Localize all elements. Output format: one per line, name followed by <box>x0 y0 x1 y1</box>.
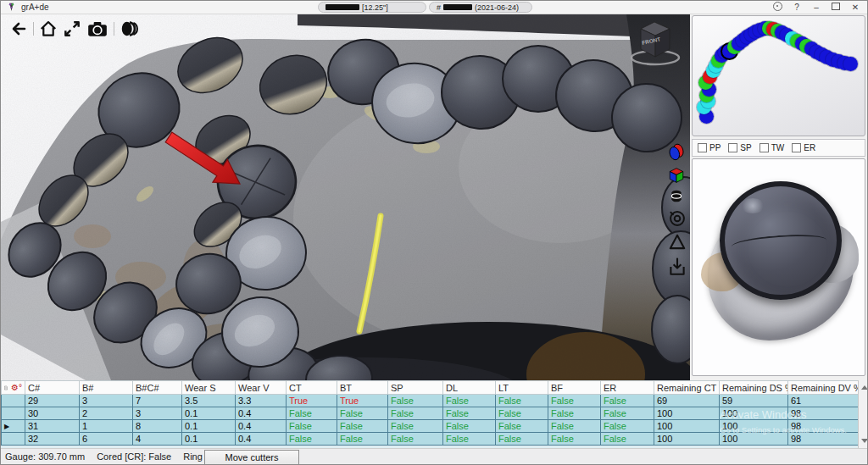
table-cell[interactable]: 3 <box>133 407 182 420</box>
close-button[interactable]: ✕ <box>850 3 860 12</box>
table-cell[interactable]: False <box>337 407 388 420</box>
3d-viewport[interactable]: FRONT <box>1 14 690 380</box>
column-header[interactable]: BT <box>337 381 388 395</box>
table-scrollbar[interactable] <box>858 380 868 448</box>
table-cell[interactable]: 59 <box>720 395 788 407</box>
table-cell[interactable]: 100 <box>654 420 720 433</box>
row-marker[interactable] <box>2 407 25 420</box>
table-cell[interactable]: 7 <box>133 395 182 407</box>
table-cell[interactable]: 3.3 <box>236 395 287 407</box>
table-cell[interactable]: 98 <box>788 433 859 446</box>
row-marker[interactable]: ▶ <box>2 420 25 433</box>
table-cell[interactable]: False <box>388 395 443 407</box>
table-cell[interactable]: 3 <box>80 395 133 407</box>
table-cell[interactable]: 98 <box>788 407 859 420</box>
checkbox-box[interactable] <box>728 143 737 152</box>
table-cell[interactable]: 0.1 <box>182 433 236 446</box>
table-cell[interactable]: False <box>388 420 443 433</box>
table-cell[interactable]: False <box>548 407 601 420</box>
target-circles-icon[interactable] <box>668 209 687 228</box>
column-header[interactable]: ER <box>601 381 654 395</box>
table-cell[interactable]: False <box>601 395 654 407</box>
table-cell[interactable]: 29 <box>25 395 80 407</box>
table-cell[interactable]: 30 <box>25 407 80 420</box>
move-cutters-button[interactable]: Move cutters <box>204 450 299 465</box>
table-cell[interactable]: 100 <box>720 420 788 433</box>
table-cell[interactable]: False <box>601 420 654 433</box>
column-header[interactable]: Wear V <box>236 381 287 395</box>
filter-checkbox-sp[interactable]: SP <box>728 143 751 152</box>
table-cell[interactable]: 100 <box>720 433 788 446</box>
column-header[interactable]: CT <box>287 381 337 395</box>
table-cell[interactable]: True <box>337 395 388 407</box>
column-header[interactable]: B# <box>80 381 133 395</box>
scroll-up-icon[interactable] <box>861 385 868 390</box>
checkbox-box[interactable] <box>792 143 801 152</box>
table-cell[interactable]: 69 <box>654 395 720 407</box>
table-cell[interactable]: True <box>287 395 337 407</box>
table-cell[interactable]: False <box>287 407 337 420</box>
column-header[interactable]: Wear S <box>182 381 236 395</box>
table-cell[interactable]: False <box>548 433 601 446</box>
table-row-selected[interactable]: ▶31180.10.4FalseFalseFalseFalseFalseFals… <box>2 420 859 433</box>
table-cell[interactable]: False <box>496 420 548 433</box>
lens-icon[interactable] <box>120 19 140 38</box>
home-icon[interactable] <box>39 19 58 38</box>
cutter-profile-panel[interactable] <box>692 15 865 136</box>
column-header[interactable]: Remaining DS % <box>720 381 788 395</box>
table-cell[interactable]: False <box>287 420 337 433</box>
fit-view-icon[interactable] <box>63 19 81 38</box>
table-row[interactable]: 29373.53.3TrueTrueFalseFalseFalseFalseFa… <box>2 395 859 407</box>
table-cell[interactable]: False <box>601 433 654 446</box>
report-icon[interactable] <box>4 383 8 393</box>
table-cell[interactable]: False <box>443 433 496 446</box>
table-cell[interactable]: False <box>388 433 443 446</box>
colored-cube-icon[interactable] <box>668 167 685 184</box>
checkbox-box[interactable] <box>698 143 707 152</box>
table-cell[interactable]: 31 <box>25 420 80 433</box>
table-cell[interactable]: 100 <box>654 407 720 420</box>
back-icon[interactable] <box>9 20 28 37</box>
table-cell[interactable]: 8 <box>133 420 182 433</box>
table-cell[interactable]: 0.4 <box>236 407 287 420</box>
table-cell[interactable]: False <box>548 395 601 407</box>
minimize-button[interactable]: – <box>811 3 821 12</box>
import-tray-icon[interactable] <box>668 257 687 277</box>
checkbox-box[interactable] <box>760 143 769 152</box>
cutter-3d-preview-panel[interactable] <box>692 158 865 376</box>
cylinder-icon[interactable] <box>668 189 685 204</box>
row-marker[interactable] <box>2 433 25 446</box>
table-cell[interactable]: False <box>601 407 654 420</box>
document-tab-bit[interactable]: [12.25"] <box>318 2 426 13</box>
table-cell[interactable]: False <box>388 407 443 420</box>
column-header[interactable]: C# <box>25 381 80 395</box>
table-cell[interactable]: 0.1 <box>182 407 236 420</box>
table-cell[interactable]: False <box>337 433 388 446</box>
table-cell[interactable]: 0.4 <box>236 420 287 433</box>
table-cell[interactable]: False <box>337 420 388 433</box>
column-header[interactable]: BF <box>548 381 601 395</box>
column-header[interactable]: B#C# <box>133 381 182 395</box>
cutter-table[interactable]: ⚙°C#B#B#C#Wear SWear VCTBTSPDLLTBFERRema… <box>1 380 859 446</box>
table-cell[interactable]: 61 <box>788 395 859 407</box>
table-row[interactable]: 30230.10.4FalseFalseFalseFalseFalseFalse… <box>2 407 859 420</box>
camera-icon[interactable] <box>86 19 108 38</box>
table-cell[interactable]: 98 <box>788 420 859 433</box>
table-cell[interactable]: 100 <box>654 433 720 446</box>
about-button[interactable] <box>772 2 782 13</box>
column-header[interactable]: DL <box>443 381 496 395</box>
table-cell[interactable]: False <box>443 420 496 433</box>
table-cell[interactable]: 4 <box>133 433 182 446</box>
filter-checkbox-tw[interactable]: TW <box>760 143 785 152</box>
help-button[interactable]: ? <box>792 3 802 12</box>
column-header[interactable]: Remaining CT % <box>654 381 720 395</box>
table-settings-icon[interactable]: ⚙° <box>11 384 22 392</box>
table-cell[interactable]: 100 <box>720 407 788 420</box>
table-cell[interactable]: False <box>496 433 548 446</box>
table-cell[interactable]: 2 <box>80 407 133 420</box>
profile-dot[interactable] <box>843 57 858 71</box>
maximize-button[interactable] <box>831 3 841 12</box>
table-cell[interactable]: False <box>496 395 548 407</box>
table-cell[interactable]: False <box>548 420 601 433</box>
filter-checkbox-pp[interactable]: PP <box>698 143 721 152</box>
